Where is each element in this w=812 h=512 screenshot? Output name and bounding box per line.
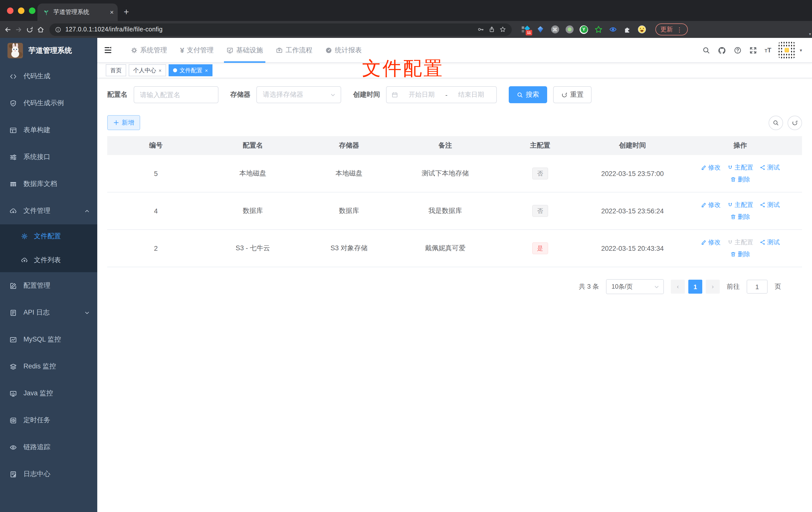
goto-prefix: 前往 bbox=[727, 282, 740, 291]
extension-star-icon[interactable] bbox=[594, 25, 603, 34]
toolbar-overflow-caret-icon[interactable]: ▾ bbox=[809, 32, 811, 36]
toggle-search-button[interactable] bbox=[768, 115, 783, 130]
extension-y-icon[interactable]: Y bbox=[580, 25, 588, 34]
sidebar-item-java-monitor[interactable]: Java 监控 bbox=[0, 380, 97, 407]
edit-link[interactable]: 修改 bbox=[701, 238, 721, 246]
refresh-table-button[interactable] bbox=[788, 115, 802, 130]
reset-button[interactable]: 重置 bbox=[553, 86, 591, 103]
master-link[interactable]: 主配置 bbox=[727, 201, 753, 209]
sidebar-item-code-gen[interactable]: 代码生成 bbox=[0, 63, 97, 90]
delete-link[interactable]: 删除 bbox=[730, 250, 750, 259]
config-name-input[interactable] bbox=[134, 86, 218, 103]
nav-item-reports[interactable]: 统计报表 bbox=[319, 38, 368, 62]
task-clock-icon bbox=[9, 417, 17, 424]
sidebar-item-redis-monitor[interactable]: Redis 监控 bbox=[0, 353, 97, 380]
window-controls[interactable] bbox=[7, 7, 35, 14]
nav-item-system[interactable]: 系统管理 bbox=[124, 38, 174, 62]
prev-page-button[interactable]: ‹ bbox=[671, 280, 685, 294]
github-icon[interactable] bbox=[718, 46, 726, 55]
minimize-window-button[interactable] bbox=[18, 7, 24, 14]
sidebar-item-label: 数据库文档 bbox=[24, 179, 57, 188]
nav-item-workflow[interactable]: 工作流程 bbox=[269, 38, 319, 62]
site-info-icon[interactable] bbox=[55, 26, 61, 33]
col-header-storage: 存储器 bbox=[301, 141, 397, 150]
next-page-button[interactable]: › bbox=[706, 280, 720, 294]
reload-button[interactable] bbox=[26, 26, 33, 33]
user-avatar-qr[interactable] bbox=[779, 42, 795, 58]
tag-profile[interactable]: 个人中心 × bbox=[129, 64, 166, 76]
home-button[interactable] bbox=[37, 26, 45, 33]
cell-remark: 戴佩妮真可爱 bbox=[397, 244, 494, 253]
add-button[interactable]: 新增 bbox=[107, 115, 140, 130]
delete-link[interactable]: 删除 bbox=[730, 175, 750, 184]
search-icon[interactable] bbox=[702, 46, 710, 55]
monitor-check-icon bbox=[227, 47, 234, 54]
test-link[interactable]: 测试 bbox=[760, 238, 780, 246]
password-key-icon[interactable] bbox=[477, 26, 484, 33]
new-tab-button[interactable]: + bbox=[124, 7, 129, 18]
help-icon[interactable] bbox=[734, 46, 742, 55]
edit-link[interactable]: 修改 bbox=[701, 201, 721, 209]
edit-link[interactable]: 修改 bbox=[701, 163, 721, 172]
date-range-picker[interactable]: 开始日期 - 结束日期 bbox=[386, 86, 497, 103]
nav-label: 支付管理 bbox=[187, 46, 214, 55]
sidebar-item-tracing[interactable]: 链路追踪 bbox=[0, 434, 97, 461]
forward-button[interactable] bbox=[15, 26, 23, 33]
font-size-icon[interactable]: TT bbox=[764, 47, 771, 54]
search-button[interactable]: 搜索 bbox=[509, 86, 547, 103]
sidebar-item-config-management[interactable]: 配置管理 bbox=[0, 272, 97, 299]
goto-page-input[interactable] bbox=[747, 280, 767, 294]
address-bar[interactable]: 127.0.0.1:1024/infra/file/file-config bbox=[49, 23, 512, 36]
sidebar-item-system-api[interactable]: 系统接口 bbox=[0, 144, 97, 171]
nav-label: 统计报表 bbox=[335, 46, 362, 55]
tag-home[interactable]: 首页 bbox=[106, 64, 126, 76]
trash-icon bbox=[730, 177, 736, 182]
extension-organizer-icon[interactable]: 11 bbox=[522, 25, 530, 34]
sidebar-item-db-doc[interactable]: 数据库文档 bbox=[0, 171, 97, 198]
sidebar-item-form-builder[interactable]: 表单构建 bbox=[0, 117, 97, 144]
extension-command-icon[interactable]: ⌘ bbox=[551, 25, 559, 34]
col-header-created: 创建时间 bbox=[586, 141, 678, 150]
url-text[interactable]: 127.0.0.1:1024/infra/file/file-config bbox=[65, 26, 473, 33]
browser-update-chip[interactable]: 更新 ⋮ bbox=[656, 24, 688, 35]
sidebar-item-file-list[interactable]: 文件列表 bbox=[0, 248, 97, 272]
sidebar-item-log-center[interactable]: 日志中心 bbox=[0, 461, 97, 488]
maximize-window-button[interactable] bbox=[29, 7, 35, 14]
nav-item-infrastructure[interactable]: 基础设施 bbox=[220, 38, 269, 62]
delete-link[interactable]: 删除 bbox=[730, 213, 750, 221]
tag-close-icon[interactable]: × bbox=[158, 67, 162, 73]
fullscreen-icon[interactable] bbox=[749, 46, 757, 55]
extension-record-icon[interactable] bbox=[565, 25, 574, 34]
tag-close-icon[interactable]: × bbox=[205, 67, 208, 73]
tab-close-icon[interactable]: × bbox=[110, 8, 114, 16]
sidebar-fold-icon[interactable] bbox=[104, 46, 112, 54]
sidebar-item-api-log[interactable]: API 日志 bbox=[0, 299, 97, 326]
nav-item-payment[interactable]: ¥ 支付管理 bbox=[174, 38, 220, 62]
page-size-select[interactable]: 10条/页 bbox=[606, 279, 664, 294]
browser-tab[interactable]: 芋道管理系统 × bbox=[37, 3, 118, 21]
share-icon[interactable] bbox=[488, 26, 495, 33]
extension-kite-icon[interactable] bbox=[536, 25, 545, 34]
storage-select[interactable]: 请选择存储器 bbox=[256, 86, 341, 103]
sidebar-logo[interactable]: 芋道管理系统 bbox=[0, 38, 97, 63]
test-link[interactable]: 测试 bbox=[760, 201, 780, 209]
browser-menu-kebab-icon[interactable]: ⋮ bbox=[676, 26, 683, 33]
sidebar-item-file-config[interactable]: 文件配置 bbox=[0, 224, 97, 248]
master-link[interactable]: 主配置 bbox=[727, 163, 753, 172]
tag-file-config[interactable]: 文件配置 × bbox=[169, 64, 212, 76]
sidebar-item-code-gen-demo[interactable]: 代码生成示例 bbox=[0, 90, 97, 117]
test-link[interactable]: 测试 bbox=[760, 163, 780, 172]
profile-emoji-icon[interactable] bbox=[637, 25, 646, 34]
close-window-button[interactable] bbox=[7, 7, 13, 14]
sidebar-item-scheduled-tasks[interactable]: 定时任务 bbox=[0, 407, 97, 434]
current-page-button[interactable]: 1 bbox=[688, 280, 702, 294]
bookmark-star-icon[interactable] bbox=[499, 26, 506, 33]
user-menu-caret-icon[interactable]: ▾ bbox=[800, 48, 802, 53]
sidebar-item-mysql-monitor[interactable]: MySQL 监控 bbox=[0, 326, 97, 353]
edit-square-icon bbox=[9, 282, 17, 290]
back-button[interactable] bbox=[4, 26, 11, 33]
sidebar-item-file-management[interactable]: 文件管理 bbox=[0, 198, 97, 224]
extension-eye-icon[interactable] bbox=[609, 25, 617, 34]
extensions-puzzle-icon[interactable] bbox=[623, 25, 632, 34]
top-nav: 系统管理 ¥ 支付管理 基础设施 工作流程 bbox=[124, 38, 368, 62]
